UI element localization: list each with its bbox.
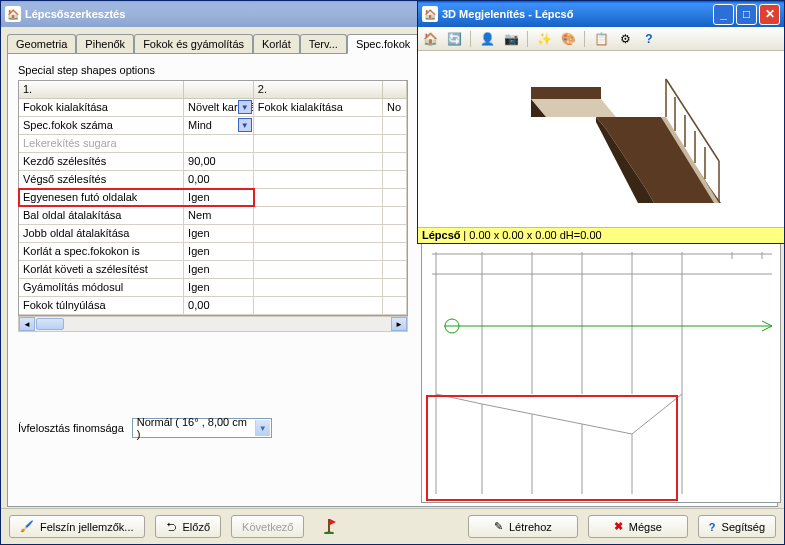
row-value-1[interactable] <box>184 135 254 153</box>
list-icon[interactable]: 📋 <box>593 31 609 47</box>
row-value-1[interactable]: 0,00 <box>184 297 254 315</box>
row-label: Jobb oldal átalakítása <box>19 225 184 243</box>
tab-pihenok[interactable]: Pihenők <box>76 34 134 54</box>
plan-highlight <box>427 396 677 500</box>
scroll-thumb[interactable] <box>36 318 64 330</box>
table-row: Korlát követi a szélesítéstIgen <box>19 261 407 279</box>
row-value-2[interactable] <box>383 189 407 207</box>
table-row: Bal oldal átalakításaNem <box>19 207 407 225</box>
row-value-1[interactable]: Igen <box>184 261 254 279</box>
row-value-2[interactable] <box>383 297 407 315</box>
render-icon[interactable]: ✨ <box>536 31 552 47</box>
grid-hscroll[interactable]: ◄ ► <box>18 316 408 332</box>
scroll-right-icon[interactable]: ► <box>391 317 407 331</box>
row-label-2: Fokok kialakítása <box>254 99 383 117</box>
row-value-2[interactable] <box>383 117 407 135</box>
row-value-2[interactable] <box>383 261 407 279</box>
svg-marker-18 <box>330 519 336 525</box>
row-value-1[interactable]: Mind▼ <box>184 117 254 135</box>
svg-marker-25 <box>614 141 687 153</box>
status-coords: 0.00 x 0.00 x 0.00 dH=0.00 <box>469 229 601 241</box>
viewer-title-bar[interactable]: 🏠 3D Megjelenítés - Lépcső _ □ ✕ <box>418 1 784 27</box>
flag-icon[interactable] <box>314 518 344 536</box>
row-label-2 <box>254 117 383 135</box>
svg-marker-26 <box>622 153 695 165</box>
tab-terv[interactable]: Terv... <box>300 34 347 54</box>
orbit-icon[interactable]: 🔄 <box>446 31 462 47</box>
viewer-toolbar: 🏠 🔄 👤 📷 ✨ 🎨 📋 ⚙ ? <box>418 27 784 51</box>
row-label-2 <box>254 225 383 243</box>
camera-icon[interactable]: 📷 <box>503 31 519 47</box>
row-value-1[interactable]: Igen <box>184 189 254 207</box>
row-value-1[interactable]: Növelt karszéle▼ <box>184 99 254 117</box>
viewer-window: 🏠 3D Megjelenítés - Lépcső _ □ ✕ 🏠 🔄 👤 📷… <box>417 0 785 244</box>
close-button[interactable]: ✕ <box>759 4 780 25</box>
prev-button[interactable]: ⮌ Előző <box>155 515 222 538</box>
tab-geometria[interactable]: Geometria <box>7 34 76 54</box>
row-label-2 <box>254 153 383 171</box>
row-label-2 <box>254 279 383 297</box>
row-value-2[interactable] <box>383 207 407 225</box>
chevron-down-icon[interactable]: ▼ <box>238 118 252 132</box>
row-label: Kezdő szélesítés <box>19 153 184 171</box>
help-button[interactable]: ? Segítség <box>698 515 776 538</box>
row-value-2[interactable] <box>383 135 407 153</box>
viewer-title: 3D Megjelenítés - Lépcső <box>442 8 711 20</box>
tab-korlat[interactable]: Korlát <box>253 34 300 54</box>
options-grid: 1. 2. Fokok kialakításaNövelt karszéle▼F… <box>18 80 408 316</box>
fineness-value: Normál ( 16° , 8,00 cm ) <box>137 416 253 440</box>
col-header-2[interactable]: 2. <box>254 81 383 99</box>
tab-specfokok[interactable]: Spec.fokok <box>347 34 419 54</box>
table-row: Lekerekítés sugara <box>19 135 407 153</box>
svg-point-19 <box>324 531 334 534</box>
maximize-button[interactable]: □ <box>736 4 757 25</box>
svg-rect-17 <box>328 519 330 533</box>
home-icon[interactable]: 🏠 <box>422 31 438 47</box>
palette-icon[interactable]: 🎨 <box>560 31 576 47</box>
row-value-2[interactable]: No <box>383 99 407 117</box>
create-button[interactable]: ✎ Létrehoz <box>468 515 578 538</box>
row-label: Bal oldal átalakítása <box>19 207 184 225</box>
col-header-1b[interactable] <box>184 81 254 99</box>
row-value-2[interactable] <box>383 225 407 243</box>
row-label: Spec.fokok száma <box>19 117 184 135</box>
table-row: Végső szélesítés0,00 <box>19 171 407 189</box>
row-label-2 <box>254 261 383 279</box>
close-icon: ✖ <box>614 520 623 533</box>
row-value-1[interactable]: Nem <box>184 207 254 225</box>
row-label: Végső szélesítés <box>19 171 184 189</box>
minimize-button[interactable]: _ <box>713 4 734 25</box>
table-row: Jobb oldal átalakításaIgen <box>19 225 407 243</box>
row-label-2 <box>254 135 383 153</box>
surface-props-button[interactable]: 🖌️ Felszín jellemzők... <box>9 515 145 538</box>
status-label: Lépcső <box>422 229 461 241</box>
row-value-1[interactable]: Igen <box>184 225 254 243</box>
row-label: Gyámolítás módosul <box>19 279 184 297</box>
row-value-2[interactable] <box>383 171 407 189</box>
col-header-1[interactable]: 1. <box>19 81 184 99</box>
viewer-canvas[interactable] <box>418 51 784 227</box>
col-header-2b[interactable] <box>383 81 407 99</box>
row-value-2[interactable] <box>383 153 407 171</box>
scroll-left-icon[interactable]: ◄ <box>19 317 35 331</box>
row-value-1[interactable]: Igen <box>184 279 254 297</box>
cancel-button[interactable]: ✖ Mégse <box>588 515 688 538</box>
table-row: Kezdő szélesítés90,00 <box>19 153 407 171</box>
gear-icon[interactable]: ⚙ <box>617 31 633 47</box>
row-label-2 <box>254 243 383 261</box>
row-value-1[interactable]: 90,00 <box>184 153 254 171</box>
tab-fokok[interactable]: Fokok és gyámolítás <box>134 34 253 54</box>
row-value-2[interactable] <box>383 279 407 297</box>
table-row: Egyenesen futó oldalakIgen <box>19 189 407 207</box>
user-icon[interactable]: 👤 <box>479 31 495 47</box>
help-toolbar-icon[interactable]: ? <box>641 31 657 47</box>
row-value-1[interactable]: Igen <box>184 243 254 261</box>
table-row: Fokok túlnyúlása0,00 <box>19 297 407 315</box>
row-label-2 <box>254 189 383 207</box>
fineness-combo[interactable]: Normál ( 16° , 8,00 cm ) ▼ <box>132 418 272 438</box>
row-value-1[interactable]: 0,00 <box>184 171 254 189</box>
row-label: Fokok kialakítása <box>19 99 184 117</box>
row-value-2[interactable] <box>383 243 407 261</box>
fineness-row: Ívfelosztás finomsága Normál ( 16° , 8,0… <box>18 418 272 438</box>
chevron-down-icon[interactable]: ▼ <box>238 100 252 114</box>
